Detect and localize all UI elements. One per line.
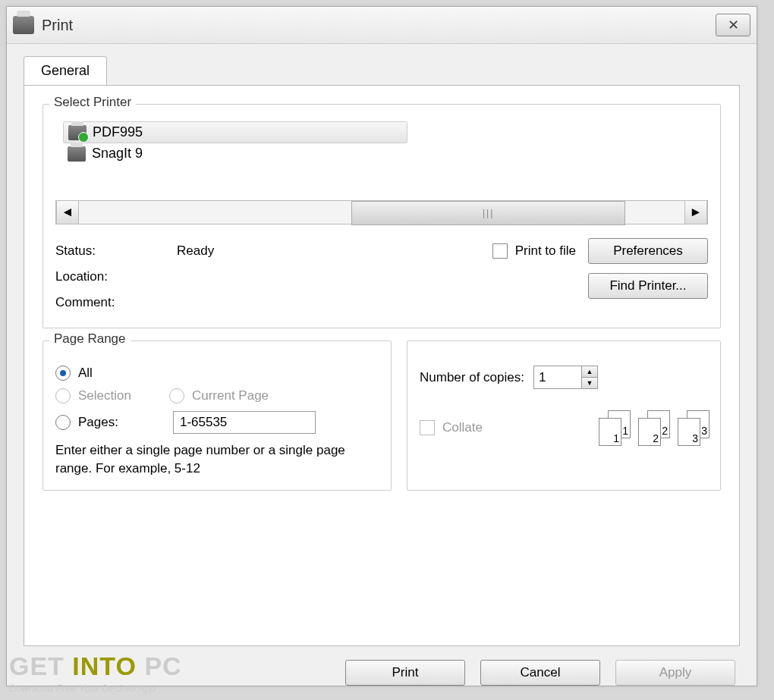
- radio-current-page: [169, 388, 184, 403]
- lower-row: Page Range All Selection Current Page: [42, 341, 721, 503]
- spinner-down-icon[interactable]: ▼: [582, 378, 597, 388]
- copies-group: . Number of copies: ▲ ▼ Co: [407, 341, 721, 491]
- collate-pair-3: 3 3: [678, 410, 708, 445]
- tab-area: General Select Printer PDF995 SnagIt 9: [7, 44, 757, 646]
- scroll-track[interactable]: |||: [79, 201, 684, 224]
- tab-body-general: Select Printer PDF995 SnagIt 9 ◄ |||: [24, 85, 740, 646]
- cancel-button[interactable]: Cancel: [480, 660, 600, 686]
- printer-default-icon: [68, 125, 87, 140]
- tab-general[interactable]: General: [24, 56, 107, 85]
- copies-input[interactable]: [533, 366, 582, 389]
- printer-name: SnagIt 9: [92, 146, 143, 162]
- printer-icon: [68, 146, 86, 162]
- radio-pages[interactable]: [55, 415, 71, 430]
- spinner-arrows: ▲ ▼: [582, 366, 598, 389]
- pages-input[interactable]: [173, 411, 316, 434]
- page-icon: 2: [638, 418, 661, 446]
- apply-button: Apply: [615, 660, 735, 686]
- print-to-file-label: Print to file: [515, 243, 576, 259]
- print-dialog-window: Print ✕ General Select Printer PDF995 Sn: [6, 6, 757, 686]
- collate-label: Collate: [442, 420, 483, 435]
- status-label: Status:: [55, 238, 177, 264]
- copies-row: Number of copies: ▲ ▼: [420, 366, 708, 389]
- print-to-file-checkbox[interactable]: [492, 243, 508, 259]
- scroll-left-arrow-icon[interactable]: ◄: [56, 201, 79, 224]
- collate-row: Collate 1 1 2 2 3: [420, 410, 708, 445]
- page-range-legend: Page Range: [49, 331, 131, 347]
- collate-illustration: 1 1 2 2 3 3: [599, 410, 708, 445]
- page-icon: 1: [599, 418, 621, 446]
- collate-checkbox: [420, 420, 435, 435]
- location-label: Location:: [55, 264, 177, 290]
- watermark-part3: PC: [144, 651, 181, 680]
- status-labels: Status: Location: Comment:: [55, 238, 177, 315]
- print-to-file-row: Print to file: [492, 243, 576, 259]
- close-button[interactable]: ✕: [716, 14, 750, 36]
- radio-all-label: All: [78, 366, 93, 381]
- printer-item-snagit[interactable]: SnagIt 9: [63, 143, 708, 164]
- page-range-help: Enter either a single page number or a s…: [55, 441, 379, 478]
- printer-item-pdf995[interactable]: PDF995: [63, 121, 407, 143]
- page-icon: 3: [678, 418, 700, 446]
- status-values: Ready: [177, 238, 298, 264]
- close-icon: ✕: [728, 17, 739, 33]
- status-right: Print to file Preferences Find Printer..…: [492, 238, 708, 299]
- scroll-thumb[interactable]: |||: [351, 201, 625, 225]
- tabs: General: [24, 56, 740, 85]
- radio-all[interactable]: [55, 366, 71, 381]
- collate-pair-1: 1 1: [599, 410, 629, 445]
- collate-pair-2: 2 2: [638, 410, 669, 445]
- titlebar: Print ✕: [7, 7, 757, 44]
- radio-selection-row: Selection Current Page: [55, 388, 379, 403]
- copies-spinner: ▲ ▼: [533, 366, 598, 389]
- watermark-overlay: GET INTO PC Download Free Your Desired A…: [9, 651, 182, 694]
- radio-selection: [55, 388, 71, 403]
- watermark-title: GET INTO PC: [9, 651, 182, 681]
- preferences-button[interactable]: Preferences: [588, 238, 708, 264]
- watermark-part2: INTO: [72, 651, 137, 680]
- status-row: Status: Location: Comment: Ready: [55, 238, 708, 315]
- find-printer-button[interactable]: Find Printer...: [588, 273, 708, 299]
- printer-list: PDF995 SnagIt 9: [63, 121, 708, 164]
- spinner-up-icon[interactable]: ▲: [582, 366, 597, 378]
- printer-name: PDF995: [93, 124, 143, 140]
- comment-label: Comment:: [55, 290, 177, 315]
- select-printer-legend: Select Printer: [49, 95, 136, 110]
- watermark-subtitle: Download Free Your Desired App: [9, 683, 182, 694]
- radio-pages-row: Pages:: [55, 411, 379, 434]
- window-title: Print: [42, 17, 73, 34]
- select-printer-group: Select Printer PDF995 SnagIt 9 ◄ |||: [42, 104, 721, 328]
- printer-list-hscrollbar[interactable]: ◄ ||| ►: [55, 200, 708, 224]
- printer-icon: [13, 16, 34, 34]
- scroll-right-arrow-icon[interactable]: ►: [684, 201, 707, 224]
- number-of-copies-label: Number of copies:: [420, 370, 524, 385]
- print-button[interactable]: Print: [345, 660, 465, 686]
- watermark-part1: GET: [9, 651, 64, 680]
- radio-selection-label: Selection: [78, 388, 131, 403]
- radio-pages-label: Pages:: [78, 415, 118, 430]
- page-range-group: Page Range All Selection Current Page: [42, 341, 392, 491]
- radio-all-row: All: [55, 366, 379, 381]
- status-value: Ready: [177, 238, 298, 264]
- radio-current-page-label: Current Page: [192, 388, 269, 403]
